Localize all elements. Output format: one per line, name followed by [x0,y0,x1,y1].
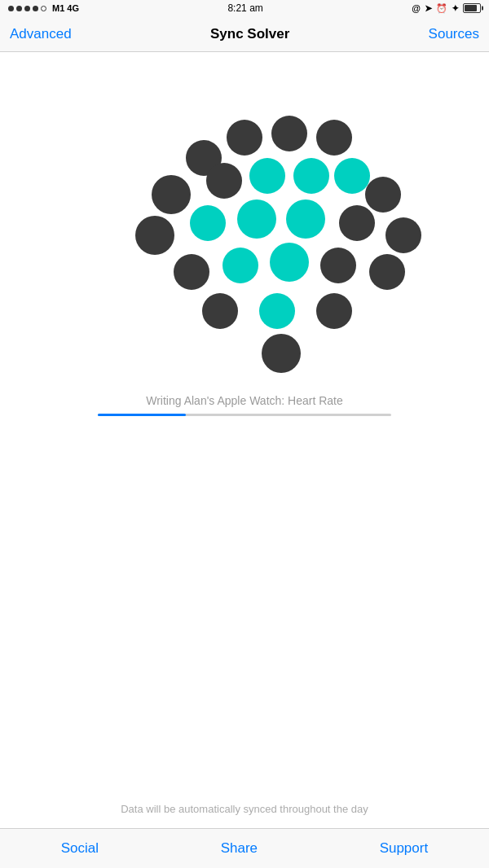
status-right: @ ➤ ⏰ ✦ [412,3,481,14]
heart-dot-20 [369,254,405,290]
status-left: M1 4G [8,3,79,13]
alarm-icon: ⏰ [436,3,447,14]
battery-icon [463,3,481,13]
heart-dot-23 [316,293,352,329]
heart-dot-7 [293,158,329,194]
heart-dot-22 [259,293,295,329]
heart-dot-17 [222,248,258,283]
advanced-button[interactable]: Advanced [10,26,72,42]
tab-share[interactable]: Share [221,840,258,857]
sources-button[interactable]: Sources [429,26,479,42]
tab-bar: Social Share Support [0,828,489,868]
heart-dot-2 [271,116,307,151]
signal-dot-3 [24,6,30,11]
progress-bar-background [98,414,391,416]
heart-dot-4 [152,175,191,214]
heart-logo [139,125,350,345]
heart-dot-8 [334,158,370,194]
heart-dot-12 [237,199,276,239]
heart-dot-10 [135,216,174,255]
at-icon: @ [412,3,421,13]
heart-dot-9 [365,177,401,213]
progress-label: Writing Alan's Apple Watch: Heart Rate [146,394,343,407]
location-icon: ➤ [425,3,432,14]
progress-bar-fill [98,414,186,416]
network-label: 4G [67,3,79,13]
heart-dot-19 [320,248,356,283]
tab-social[interactable]: Social [61,840,99,857]
nav-title: Sync Solver [210,26,289,42]
tab-support[interactable]: Support [380,840,429,857]
status-bar: M1 4G 8:21 am @ ➤ ⏰ ✦ [0,0,489,16]
heart-dot-21 [202,293,238,329]
signal-dot-4 [33,6,38,11]
nav-bar: Advanced Sync Solver Sources [0,16,489,52]
carrier-label: M1 [52,3,64,13]
heart-dot-11 [190,205,226,241]
heart-dot-16 [174,254,209,290]
signal-dot-2 [16,6,22,11]
signal-dot-1 [8,6,14,11]
time-label: 8:21 am [227,2,262,14]
heart-dot-6 [249,158,285,194]
bottom-note: Data will be automatically synced throug… [121,803,368,815]
heart-dot-1 [227,120,262,156]
heart-dot-13 [286,199,325,239]
main-content: Writing Alan's Apple Watch: Heart Rate D… [0,52,489,828]
heart-dot-15 [385,217,421,253]
heart-dot-24 [262,334,301,373]
heart-dot-14 [339,205,375,241]
heart-dot-3 [316,120,352,156]
signal-dot-5 [41,6,46,11]
bluetooth-icon: ✦ [452,3,459,14]
heart-dot-5 [206,163,242,199]
heart-dot-18 [270,243,309,282]
progress-section: Writing Alan's Apple Watch: Heart Rate [82,394,408,416]
